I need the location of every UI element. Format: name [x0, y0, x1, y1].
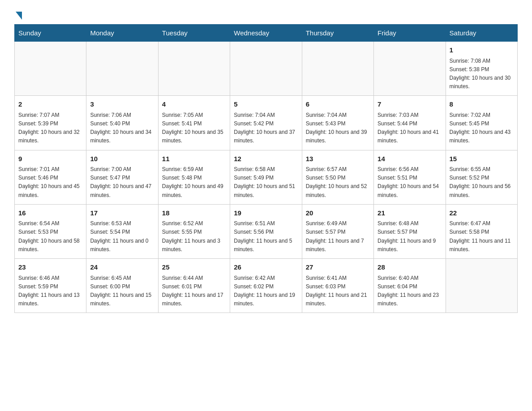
calendar-table: SundayMondayTuesdayWednesdayThursdayFrid… [14, 24, 518, 313]
calendar-cell: 21Sunrise: 6:48 AMSunset: 5:57 PMDayligh… [374, 204, 446, 258]
calendar-cell [158, 42, 230, 96]
day-number: 7 [378, 99, 442, 110]
calendar-cell [230, 42, 302, 96]
calendar-cell: 20Sunrise: 6:49 AMSunset: 5:57 PMDayligh… [302, 204, 373, 258]
day-info: Sunrise: 6:40 AMSunset: 6:04 PMDaylight:… [378, 274, 442, 308]
calendar-cell: 27Sunrise: 6:41 AMSunset: 6:03 PMDayligh… [302, 259, 373, 313]
day-info: Sunrise: 6:42 AMSunset: 6:02 PMDaylight:… [234, 274, 298, 308]
calendar-header-saturday: Saturday [446, 25, 517, 42]
day-number: 6 [306, 99, 370, 110]
day-info: Sunrise: 7:00 AMSunset: 5:47 PMDaylight:… [90, 165, 154, 200]
calendar-header-monday: Monday [86, 25, 158, 42]
calendar-cell: 23Sunrise: 6:46 AMSunset: 5:59 PMDayligh… [15, 259, 86, 313]
calendar-week-row: 16Sunrise: 6:54 AMSunset: 5:53 PMDayligh… [15, 204, 518, 258]
day-number: 17 [90, 208, 154, 218]
calendar-week-row: 9Sunrise: 7:01 AMSunset: 5:46 PMDaylight… [15, 150, 518, 204]
calendar-header-row: SundayMondayTuesdayWednesdayThursdayFrid… [15, 25, 518, 42]
day-info: Sunrise: 6:48 AMSunset: 5:57 PMDaylight:… [378, 219, 442, 254]
logo [14, 11, 22, 19]
day-number: 2 [18, 99, 82, 110]
calendar-header-wednesday: Wednesday [230, 25, 302, 42]
calendar-cell: 7Sunrise: 7:03 AMSunset: 5:44 PMDaylight… [374, 96, 446, 150]
calendar-cell: 17Sunrise: 6:53 AMSunset: 5:54 PMDayligh… [86, 204, 158, 258]
calendar-cell [86, 42, 158, 96]
calendar-cell: 2Sunrise: 7:07 AMSunset: 5:39 PMDaylight… [15, 96, 86, 150]
day-number: 13 [306, 154, 370, 164]
calendar-cell: 6Sunrise: 7:04 AMSunset: 5:43 PMDaylight… [302, 96, 373, 150]
day-info: Sunrise: 6:59 AMSunset: 5:48 PMDaylight:… [162, 165, 226, 200]
calendar-cell: 15Sunrise: 6:55 AMSunset: 5:52 PMDayligh… [446, 150, 517, 204]
calendar-cell: 16Sunrise: 6:54 AMSunset: 5:53 PMDayligh… [15, 204, 86, 258]
day-info: Sunrise: 6:56 AMSunset: 5:51 PMDaylight:… [378, 165, 442, 200]
calendar-cell: 4Sunrise: 7:05 AMSunset: 5:41 PMDaylight… [158, 96, 230, 150]
day-number: 5 [234, 99, 298, 110]
day-number: 18 [162, 208, 226, 218]
page-header [14, 11, 518, 19]
day-number: 16 [18, 208, 82, 218]
day-info: Sunrise: 6:49 AMSunset: 5:57 PMDaylight:… [306, 219, 370, 254]
calendar-cell: 19Sunrise: 6:51 AMSunset: 5:56 PMDayligh… [230, 204, 302, 258]
calendar-header-friday: Friday [374, 25, 446, 42]
calendar-cell: 12Sunrise: 6:58 AMSunset: 5:49 PMDayligh… [230, 150, 302, 204]
calendar-cell [374, 42, 446, 96]
day-info: Sunrise: 7:04 AMSunset: 5:43 PMDaylight:… [306, 111, 370, 146]
calendar-cell: 28Sunrise: 6:40 AMSunset: 6:04 PMDayligh… [374, 259, 446, 313]
day-info: Sunrise: 6:55 AMSunset: 5:52 PMDaylight:… [450, 165, 514, 200]
day-number: 28 [378, 262, 442, 273]
day-info: Sunrise: 6:45 AMSunset: 6:00 PMDaylight:… [90, 274, 154, 308]
day-info: Sunrise: 7:08 AMSunset: 5:38 PMDaylight:… [450, 57, 514, 91]
day-number: 20 [306, 208, 370, 218]
day-info: Sunrise: 6:41 AMSunset: 6:03 PMDaylight:… [306, 274, 370, 308]
day-number: 11 [162, 154, 226, 164]
day-number: 9 [18, 154, 82, 164]
day-number: 22 [450, 208, 514, 218]
day-info: Sunrise: 6:52 AMSunset: 5:55 PMDaylight:… [162, 219, 226, 254]
logo-arrow-icon [16, 12, 22, 20]
calendar-cell: 5Sunrise: 7:04 AMSunset: 5:42 PMDaylight… [230, 96, 302, 150]
day-number: 3 [90, 99, 154, 110]
day-info: Sunrise: 6:46 AMSunset: 5:59 PMDaylight:… [18, 274, 82, 308]
day-number: 24 [90, 262, 154, 273]
day-number: 15 [450, 154, 514, 164]
day-number: 12 [234, 154, 298, 164]
day-info: Sunrise: 7:06 AMSunset: 5:40 PMDaylight:… [90, 111, 154, 146]
day-number: 14 [378, 154, 442, 164]
day-info: Sunrise: 7:03 AMSunset: 5:44 PMDaylight:… [378, 111, 442, 146]
calendar-cell [302, 42, 373, 96]
calendar-cell: 26Sunrise: 6:42 AMSunset: 6:02 PMDayligh… [230, 259, 302, 313]
day-number: 19 [234, 208, 298, 218]
calendar-week-row: 23Sunrise: 6:46 AMSunset: 5:59 PMDayligh… [15, 259, 518, 313]
calendar-cell [446, 259, 517, 313]
calendar-header-tuesday: Tuesday [158, 25, 230, 42]
calendar-cell [15, 42, 86, 96]
calendar-cell: 22Sunrise: 6:47 AMSunset: 5:58 PMDayligh… [446, 204, 517, 258]
calendar-cell: 13Sunrise: 6:57 AMSunset: 5:50 PMDayligh… [302, 150, 373, 204]
calendar-week-row: 2Sunrise: 7:07 AMSunset: 5:39 PMDaylight… [15, 96, 518, 150]
calendar-week-row: 1Sunrise: 7:08 AMSunset: 5:38 PMDaylight… [15, 42, 518, 96]
day-number: 8 [450, 99, 514, 110]
day-info: Sunrise: 6:53 AMSunset: 5:54 PMDaylight:… [90, 219, 154, 254]
calendar-cell: 9Sunrise: 7:01 AMSunset: 5:46 PMDaylight… [15, 150, 86, 204]
calendar-cell: 3Sunrise: 7:06 AMSunset: 5:40 PMDaylight… [86, 96, 158, 150]
day-info: Sunrise: 7:04 AMSunset: 5:42 PMDaylight:… [234, 111, 298, 146]
calendar-cell: 24Sunrise: 6:45 AMSunset: 6:00 PMDayligh… [86, 259, 158, 313]
day-info: Sunrise: 6:47 AMSunset: 5:58 PMDaylight:… [450, 219, 514, 254]
day-number: 4 [162, 99, 226, 110]
day-info: Sunrise: 7:07 AMSunset: 5:39 PMDaylight:… [18, 111, 82, 146]
day-number: 21 [378, 208, 442, 218]
day-info: Sunrise: 6:57 AMSunset: 5:50 PMDaylight:… [306, 165, 370, 200]
day-info: Sunrise: 6:54 AMSunset: 5:53 PMDaylight:… [18, 219, 82, 254]
calendar-cell: 8Sunrise: 7:02 AMSunset: 5:45 PMDaylight… [446, 96, 517, 150]
calendar-cell: 14Sunrise: 6:56 AMSunset: 5:51 PMDayligh… [374, 150, 446, 204]
day-info: Sunrise: 6:58 AMSunset: 5:49 PMDaylight:… [234, 165, 298, 200]
calendar-header-sunday: Sunday [15, 25, 86, 42]
day-info: Sunrise: 7:05 AMSunset: 5:41 PMDaylight:… [162, 111, 226, 146]
day-info: Sunrise: 7:01 AMSunset: 5:46 PMDaylight:… [18, 165, 82, 200]
calendar-cell: 25Sunrise: 6:44 AMSunset: 6:01 PMDayligh… [158, 259, 230, 313]
calendar-cell: 18Sunrise: 6:52 AMSunset: 5:55 PMDayligh… [158, 204, 230, 258]
day-info: Sunrise: 7:02 AMSunset: 5:45 PMDaylight:… [450, 111, 514, 146]
day-info: Sunrise: 6:44 AMSunset: 6:01 PMDaylight:… [162, 274, 226, 308]
day-number: 10 [90, 154, 154, 164]
day-number: 26 [234, 262, 298, 273]
calendar-header-thursday: Thursday [302, 25, 373, 42]
